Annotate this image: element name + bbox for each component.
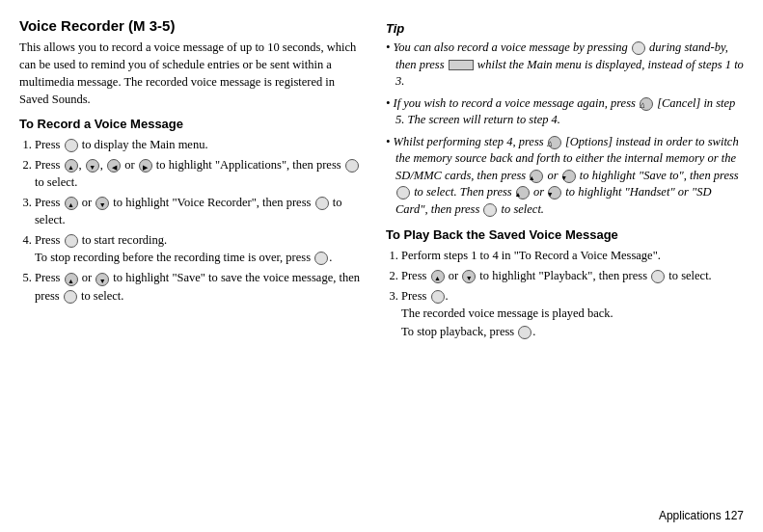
center-button-5 <box>64 290 77 304</box>
nav-right-2 <box>139 159 152 173</box>
tip-btn-menu <box>449 60 474 70</box>
tip-nav-down-3 <box>562 170 576 183</box>
record-step-3: Press or to highlight "Voice Recorder", … <box>35 194 361 228</box>
tip-nav-up-3 <box>530 170 543 183</box>
left-column: Voice Recorder (M 3-5) This allows you t… <box>19 17 376 522</box>
intro-text: This allows you to record a voice messag… <box>19 39 361 109</box>
record-steps-list: Press to display the Main menu. Press , … <box>35 136 361 305</box>
playback-heading: To Play Back the Saved Voice Message <box>386 227 744 242</box>
center-button-4b <box>314 252 328 265</box>
tip-center-3b <box>483 203 497 217</box>
nav-up-2 <box>65 159 78 173</box>
center-button-3 <box>315 197 329 210</box>
tip-list: You can also record a voice message by p… <box>386 40 744 218</box>
tip-btn-options: △ <box>548 136 561 149</box>
tip-heading: Tip <box>386 21 744 36</box>
record-step-4: Press to start recording.To stop recordi… <box>35 231 361 266</box>
pb-center-2 <box>431 290 445 304</box>
tip-1: You can also record a voice message by p… <box>386 40 744 91</box>
tip-nav-down-3b <box>548 186 561 200</box>
right-column: Tip You can also record a voice message … <box>376 17 744 522</box>
nav-up-5 <box>65 273 78 286</box>
tip-center-3a <box>396 186 410 200</box>
nav-down-2 <box>86 159 99 173</box>
nav-down-5 <box>95 273 109 286</box>
playback-step-3: Press .The recorded voice message is pla… <box>401 287 744 339</box>
tip-2: If you wish to record a voice message ag… <box>386 95 744 129</box>
nav-down-3 <box>95 197 109 210</box>
center-button-1 <box>65 139 78 152</box>
record-step-1: Press to display the Main menu. <box>35 136 361 153</box>
footer-page-number: Applications 127 <box>659 509 744 522</box>
center-button-4 <box>65 234 78 248</box>
pb-center-1 <box>651 270 665 283</box>
playback-step-1: Perform steps 1 to 4 in "To Record a Voi… <box>401 247 744 264</box>
nav-left-2 <box>107 159 121 173</box>
nav-up-3 <box>65 197 78 210</box>
record-step-5: Press or to highlight "Save" to save the… <box>35 269 361 304</box>
playback-step-2: Press or to highlight "Playback", then p… <box>401 267 744 284</box>
tip-btn-cancel: △ <box>640 97 653 111</box>
center-button-2 <box>345 159 359 173</box>
tip-3: Whilst performing step 4, press △ [Optio… <box>386 134 744 219</box>
tip-btn-1 <box>632 41 645 55</box>
pb-center-3 <box>518 326 531 339</box>
pb-nav-down <box>462 270 476 283</box>
playback-steps-list: Perform steps 1 to 4 in "To Record a Voi… <box>401 247 744 340</box>
page-title: Voice Recorder (M 3-5) <box>19 17 361 34</box>
record-step-2: Press , , or to highlight "Applications"… <box>35 156 361 191</box>
tip-section: Tip You can also record a voice message … <box>386 21 744 218</box>
tip-nav-up-3b <box>516 186 530 200</box>
pb-nav-up <box>431 270 445 283</box>
record-heading: To Record a Voice Message <box>19 117 361 131</box>
